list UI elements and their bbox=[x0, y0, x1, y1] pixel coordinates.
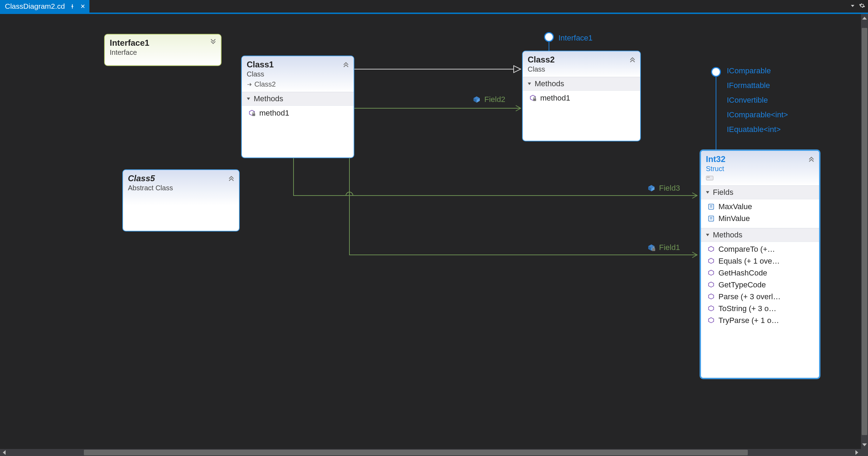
scroll-right-icon[interactable] bbox=[854, 450, 860, 455]
app-root: ClassDiagram2.cd bbox=[0, 0, 868, 456]
pin-icon[interactable] bbox=[69, 3, 75, 9]
interface-lollipop-label[interactable]: IComparable bbox=[727, 66, 771, 75]
section-header-methods[interactable]: Methods bbox=[701, 228, 819, 242]
type-kind: Class bbox=[247, 70, 349, 78]
collapse-icon[interactable] bbox=[228, 174, 235, 183]
scroll-thumb[interactable] bbox=[862, 28, 867, 435]
method-icon bbox=[707, 257, 715, 265]
svg-marker-28 bbox=[709, 282, 714, 287]
section-header-methods[interactable]: Methods bbox=[523, 77, 640, 91]
horizontal-scrollbar[interactable] bbox=[0, 449, 861, 456]
constant-icon bbox=[707, 215, 715, 222]
method-item[interactable]: ToString (+ 3 o… bbox=[704, 303, 816, 315]
shape-class5[interactable]: Class5 Abstract Class bbox=[122, 169, 240, 231]
interface-lollipop-label[interactable]: Interface1 bbox=[558, 34, 593, 43]
svg-marker-27 bbox=[709, 270, 714, 275]
method-icon bbox=[707, 305, 715, 312]
method-item[interactable]: Equals (+ 1 ove… bbox=[704, 255, 816, 267]
method-item[interactable]: method1 bbox=[526, 92, 637, 104]
association-label-field3[interactable]: Field3 bbox=[647, 184, 680, 193]
scroll-corner bbox=[861, 449, 868, 456]
field-icon bbox=[472, 95, 481, 104]
lollipop-connector bbox=[716, 75, 716, 149]
shape-interface1[interactable]: Interface1 Interface bbox=[104, 34, 222, 66]
svg-marker-30 bbox=[709, 306, 714, 311]
shape-int32[interactable]: Int32 Struct Fields MaxValue MinValue bbox=[700, 149, 820, 379]
shape-class2[interactable]: Class2 Class Methods method1 bbox=[522, 51, 641, 141]
type-kind: Class bbox=[528, 65, 635, 73]
base-type[interactable]: Class2 bbox=[247, 80, 349, 88]
tabbar: ClassDiagram2.cd bbox=[0, 0, 868, 13]
interface-lollipop-label[interactable]: IFormattable bbox=[727, 81, 770, 90]
metadata-icon bbox=[706, 176, 814, 182]
triangle-down-icon bbox=[527, 81, 532, 86]
scroll-thumb[interactable] bbox=[84, 450, 748, 455]
section-header-fields[interactable]: Fields bbox=[701, 185, 819, 199]
method-icon bbox=[707, 269, 715, 277]
tab-title: ClassDiagram2.cd bbox=[5, 2, 65, 10]
method-private-icon bbox=[248, 109, 256, 117]
field-item[interactable]: MaxValue bbox=[704, 201, 816, 213]
svg-rect-17 bbox=[706, 176, 713, 180]
collapse-icon[interactable] bbox=[808, 155, 815, 163]
close-icon[interactable] bbox=[80, 3, 86, 9]
method-icon bbox=[707, 293, 715, 301]
interface-lollipop-label[interactable]: IConvertible bbox=[727, 96, 768, 105]
association-label-field2[interactable]: Field2 bbox=[472, 95, 505, 104]
scroll-left-icon[interactable] bbox=[1, 450, 7, 455]
field-item[interactable]: MinValue bbox=[704, 213, 816, 225]
type-kind: Abstract Class bbox=[128, 184, 234, 192]
method-icon bbox=[707, 317, 715, 324]
document-tab[interactable]: ClassDiagram2.cd bbox=[0, 0, 89, 13]
method-private-icon bbox=[529, 94, 537, 102]
method-item[interactable]: Parse (+ 3 overl… bbox=[704, 291, 816, 303]
collapse-icon[interactable] bbox=[629, 56, 636, 64]
svg-rect-12 bbox=[652, 248, 655, 251]
svg-rect-14 bbox=[252, 113, 255, 116]
type-title: Interface1 bbox=[110, 38, 216, 48]
interface-lollipop-label[interactable]: IEquatable<int> bbox=[727, 125, 781, 134]
triangle-down-icon bbox=[705, 190, 710, 195]
type-title: Class2 bbox=[528, 55, 635, 65]
method-item[interactable]: CompareTo (+… bbox=[704, 243, 816, 255]
interface-lollipop-label[interactable]: IComparable<int> bbox=[727, 110, 788, 119]
scroll-up-icon[interactable] bbox=[862, 15, 867, 21]
section-header-methods[interactable]: Methods bbox=[242, 92, 354, 106]
method-icon bbox=[707, 245, 715, 253]
vertical-scrollbar[interactable] bbox=[861, 14, 868, 449]
svg-rect-18 bbox=[707, 177, 710, 178]
method-item[interactable]: GetHashCode bbox=[704, 267, 816, 279]
constant-icon bbox=[707, 203, 715, 211]
association-label-field1[interactable]: Field1 bbox=[647, 243, 680, 252]
lollipop-icon[interactable] bbox=[711, 67, 721, 77]
gear-icon[interactable] bbox=[859, 2, 865, 10]
arrow-right-icon bbox=[247, 82, 252, 87]
svg-marker-25 bbox=[709, 247, 714, 252]
expand-icon[interactable] bbox=[210, 39, 217, 47]
dropdown-icon[interactable] bbox=[851, 3, 855, 9]
svg-rect-16 bbox=[533, 98, 536, 101]
collapse-icon[interactable] bbox=[342, 60, 349, 69]
svg-rect-19 bbox=[709, 204, 714, 209]
type-title: Class5 bbox=[128, 174, 234, 183]
method-icon bbox=[707, 281, 715, 289]
svg-marker-31 bbox=[709, 318, 714, 323]
svg-marker-26 bbox=[709, 258, 714, 264]
method-item[interactable]: GetTypeCode bbox=[704, 279, 816, 291]
svg-marker-1 bbox=[514, 66, 521, 73]
field-private-icon bbox=[647, 243, 656, 252]
triangle-down-icon bbox=[705, 233, 710, 237]
shape-class1[interactable]: Class1 Class Class2 Methods method1 bbox=[241, 56, 354, 158]
triangle-down-icon bbox=[246, 96, 251, 101]
method-item[interactable]: method1 bbox=[245, 107, 350, 119]
scroll-down-icon[interactable] bbox=[862, 442, 867, 448]
type-title: Class1 bbox=[247, 60, 349, 69]
svg-marker-29 bbox=[709, 294, 714, 299]
type-kind: Interface bbox=[110, 49, 216, 57]
type-title: Int32 bbox=[706, 154, 814, 164]
svg-rect-22 bbox=[709, 216, 714, 221]
method-item[interactable]: TryParse (+ 1 o… bbox=[704, 315, 816, 326]
lollipop-icon[interactable] bbox=[544, 32, 554, 42]
diagram-canvas[interactable]: Field2 Field3 Field1 Interface1 Interfac… bbox=[0, 14, 868, 449]
type-kind: Struct bbox=[706, 165, 814, 173]
